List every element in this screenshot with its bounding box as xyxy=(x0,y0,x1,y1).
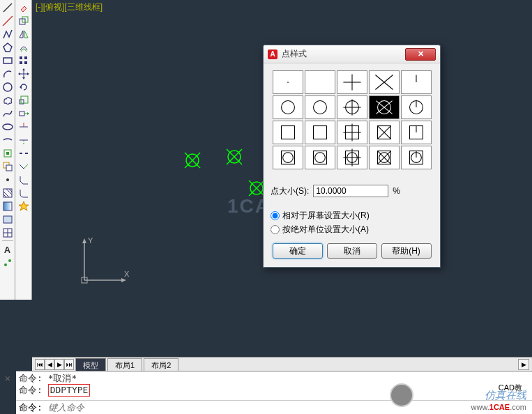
array-tool[interactable] xyxy=(17,54,30,67)
svg-marker-35 xyxy=(18,72,20,75)
tab-nav-first[interactable]: ⏮ xyxy=(35,359,45,370)
svg-point-10 xyxy=(6,178,9,181)
point-style-10[interactable] xyxy=(273,121,303,144)
ellipse-arc-tool[interactable] xyxy=(1,134,14,146)
command-area: ✕ 命令: *取消* 命令: DDPTYPE 命令: xyxy=(16,371,532,414)
page-watermark: 仿真在线 www.1CAE.com xyxy=(471,389,526,411)
point-style-3[interactable] xyxy=(369,70,400,94)
point-size-input[interactable] xyxy=(313,185,388,197)
mtext-tool[interactable]: A xyxy=(1,243,14,256)
point-style-14[interactable] xyxy=(401,121,432,144)
point-style-18[interactable] xyxy=(369,146,400,169)
point-style-1[interactable] xyxy=(305,70,335,94)
tab-layout2[interactable]: 布局2 xyxy=(144,358,178,372)
relative-size-label: 相对于屏幕设置大小(R) xyxy=(282,210,370,222)
explode-tool[interactable] xyxy=(17,200,30,213)
fillet-tool[interactable] xyxy=(17,187,30,199)
join-tool[interactable] xyxy=(17,160,30,173)
modify-toolbar xyxy=(15,0,32,300)
svg-line-14 xyxy=(6,189,12,194)
gradient-tool[interactable] xyxy=(1,200,14,213)
point-style-6[interactable] xyxy=(305,95,335,119)
tab-layout1[interactable]: 布局1 xyxy=(107,358,142,372)
hscroll-right-button[interactable]: ▶ xyxy=(518,359,529,370)
stretch-tool[interactable] xyxy=(17,107,30,120)
point-style-19[interactable] xyxy=(401,146,432,169)
point-style-4[interactable] xyxy=(401,70,432,94)
ellipse-tool[interactable] xyxy=(1,121,14,133)
svg-rect-85 xyxy=(313,126,326,139)
polyline-tool[interactable] xyxy=(1,28,14,40)
spline-tool[interactable] xyxy=(1,107,14,120)
ok-button[interactable]: 确定 xyxy=(273,243,323,259)
point-style-2[interactable] xyxy=(337,70,367,94)
mirror-tool[interactable] xyxy=(17,28,30,40)
close-button[interactable]: ✕ xyxy=(405,48,436,61)
command-close-icon[interactable]: ✕ xyxy=(2,373,13,384)
move-tool[interactable] xyxy=(17,68,30,80)
circle-tool[interactable] xyxy=(1,81,14,93)
svg-marker-37 xyxy=(20,85,22,89)
point-style-8[interactable] xyxy=(369,95,400,119)
hatch-tool[interactable] xyxy=(1,187,14,199)
tab-nav-next[interactable]: ▶ xyxy=(54,359,64,370)
chamfer-tool[interactable] xyxy=(17,174,30,186)
svg-rect-27 xyxy=(20,56,22,59)
svg-line-15 xyxy=(9,189,12,192)
make-block-tool[interactable] xyxy=(1,160,14,173)
construction-line-tool[interactable] xyxy=(1,15,14,27)
tab-nav-last[interactable]: ⏭ xyxy=(64,359,74,370)
extend-tool[interactable] xyxy=(17,134,30,146)
svg-rect-29 xyxy=(20,61,22,64)
line-tool[interactable] xyxy=(1,1,14,14)
point-style-9[interactable] xyxy=(401,95,432,119)
copy-tool[interactable] xyxy=(17,15,30,27)
absolute-size-label: 按绝对单位设置大小(A) xyxy=(282,224,369,236)
svg-line-50 xyxy=(24,164,28,169)
svg-marker-51 xyxy=(19,201,29,210)
point-style-7[interactable] xyxy=(337,95,367,119)
break-tool[interactable] xyxy=(17,147,30,160)
offset-tool[interactable] xyxy=(17,41,30,54)
point-style-0[interactable] xyxy=(273,70,303,94)
point-style-17[interactable] xyxy=(337,146,367,169)
point-tool[interactable] xyxy=(1,174,14,186)
table-tool[interactable] xyxy=(1,227,14,239)
command-input[interactable] xyxy=(48,402,532,413)
help-button[interactable]: 帮助(H) xyxy=(381,243,432,259)
wechat-avatar-icon xyxy=(390,383,413,407)
polygon-tool[interactable] xyxy=(1,41,14,54)
dialog-titlebar[interactable]: A 点样式 ✕ xyxy=(264,45,440,63)
revcloud-tool[interactable] xyxy=(1,94,14,107)
cancel-button[interactable]: 取消 xyxy=(327,243,377,259)
erase-tool[interactable] xyxy=(17,1,30,14)
svg-line-12 xyxy=(3,192,9,197)
rectangle-tool[interactable] xyxy=(1,54,14,67)
point-size-unit: % xyxy=(393,186,400,196)
svg-line-1 xyxy=(3,16,13,26)
svg-point-68 xyxy=(287,82,289,83)
svg-point-74 xyxy=(281,101,294,114)
absolute-size-radio[interactable] xyxy=(271,225,280,234)
tab-model[interactable]: 模型 xyxy=(75,358,106,372)
insert-block-tool[interactable] xyxy=(1,147,14,160)
rotate-tool[interactable] xyxy=(17,81,30,93)
region-tool[interactable] xyxy=(1,213,14,226)
viewport-label[interactable]: [-][俯视][三维线框] xyxy=(36,1,102,13)
point-style-13[interactable] xyxy=(369,121,400,144)
relative-size-radio[interactable] xyxy=(271,211,280,220)
addselected-tool[interactable] xyxy=(1,256,14,269)
point-style-15[interactable] xyxy=(273,146,303,169)
point-style-11[interactable] xyxy=(305,121,335,144)
scale-tool[interactable] xyxy=(17,94,30,107)
point-style-16[interactable] xyxy=(305,146,335,169)
tab-nav-prev[interactable]: ◀ xyxy=(45,359,54,370)
point-marker xyxy=(182,150,203,171)
point-style-5[interactable] xyxy=(273,95,303,119)
layout-tabs-bar: ⏮ ◀ ▶ ⏭ 模型 布局1 布局2 ▶ xyxy=(32,357,532,371)
point-style-12[interactable] xyxy=(337,121,367,144)
svg-text:Y: Y xyxy=(88,236,93,245)
arc-tool[interactable] xyxy=(1,68,14,80)
dialog-title: 点样式 xyxy=(282,48,405,60)
trim-tool[interactable] xyxy=(17,121,30,133)
